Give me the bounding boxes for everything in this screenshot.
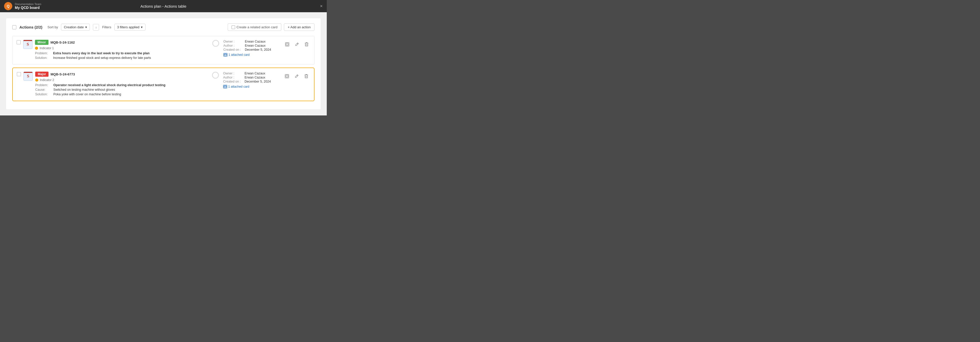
close-button[interactable]: ×	[320, 4, 323, 8]
svg-rect-13	[285, 74, 289, 78]
attached-card-link[interactable]: 1 attached card	[223, 53, 250, 57]
sort-dropdown[interactable]: Creation date ▾	[61, 24, 90, 30]
author-value: Erwan Cazaux	[245, 76, 265, 79]
brand-text: Documentation Team My QCD board	[15, 3, 41, 10]
solution-label: Solution:	[35, 56, 52, 60]
owner-label: Owner :	[223, 40, 244, 43]
action-row-left: S Major MQB-S-24-6773 Indicator 2 Proble…	[17, 71, 209, 97]
indicator-label: Indicator 1	[40, 46, 54, 50]
severity-badge: Minor	[35, 40, 48, 45]
board-name: My QCD board	[15, 6, 41, 10]
edit-button[interactable]	[293, 73, 300, 80]
expand-button[interactable]	[283, 73, 291, 80]
sort-chevron-icon: ▾	[85, 25, 87, 29]
toolbar: Actions (2/2) Sort by Creation date ▾ ↓ …	[12, 24, 315, 31]
action-code: MQB-S-24-1162	[51, 41, 75, 44]
severity-badge: Major	[35, 71, 48, 77]
action-type-icon: S	[23, 40, 32, 49]
edit-button[interactable]	[293, 41, 301, 48]
attached-card-label: 1 attached card	[228, 85, 250, 89]
meta-and-buttons: Owner : Erwan Cazaux Author : Erwan Caza…	[212, 71, 310, 89]
solution-value: Poka yoke with cover on machine before t…	[53, 92, 121, 96]
author-value: Erwan Cazaux	[245, 44, 266, 48]
solution-label: Solution:	[35, 92, 52, 96]
sort-by-label: Sort by	[48, 25, 58, 29]
problem-value: Extra hours every day in the last week t…	[53, 51, 150, 55]
action-row: S Minor MQB-S-24-1162 Indicator 1 Proble…	[12, 36, 315, 65]
problem-label: Problem:	[35, 51, 52, 55]
indicator-row: Indicator 2	[35, 78, 209, 82]
created-on-value: December 5, 2024	[245, 48, 271, 51]
card-link-icon	[223, 85, 227, 89]
sort-value: Creation date	[64, 25, 84, 29]
action-buttons	[283, 41, 310, 48]
action-header: Minor MQB-S-24-1162	[35, 40, 209, 45]
action-buttons	[283, 73, 310, 80]
filters-value: 3 filters applied	[117, 25, 139, 29]
action-row-left: S Minor MQB-S-24-1162 Indicator 1 Proble…	[17, 40, 209, 61]
action-code: MQB-S-24-6773	[51, 72, 75, 76]
svg-rect-11	[224, 86, 226, 88]
expand-button[interactable]	[283, 41, 291, 48]
problem-value: Operator received a light electrical sho…	[53, 83, 165, 87]
add-action-button[interactable]: + Add an action	[284, 24, 315, 31]
created-on-row: Created on : December 5, 2024	[223, 48, 271, 51]
indicator-row: Indicator 1	[35, 46, 209, 50]
delete-button[interactable]	[303, 41, 310, 48]
filters-label: Filters	[102, 25, 111, 29]
action-header: Major MQB-S-24-6773	[35, 71, 209, 77]
solution-value: Increase finished good stock and setup e…	[53, 56, 151, 60]
sort-direction-button[interactable]: ↓	[93, 24, 99, 30]
solution-row: Solution: Increase finished good stock a…	[35, 56, 209, 60]
action-body: Major MQB-S-24-6773 Indicator 2 Problem:…	[35, 71, 209, 97]
create-related-label: Create a related action card	[237, 25, 277, 29]
svg-rect-2	[224, 54, 227, 56]
row-checkbox-0[interactable]	[17, 40, 21, 44]
svg-line-14	[297, 75, 298, 76]
indicator-dot-icon	[35, 47, 38, 50]
author-label: Author :	[223, 76, 243, 79]
main-content: Actions (2/2) Sort by Creation date ▾ ↓ …	[0, 12, 327, 116]
owner-label: Owner :	[223, 71, 243, 75]
indicator-label: Indicator 2	[40, 78, 54, 82]
author-row: Author : Erwan Cazaux	[223, 44, 266, 48]
brand-area: Q Documentation Team My QCD board	[4, 2, 41, 10]
problem-row: Problem: Extra hours every day in the la…	[35, 51, 209, 55]
action-row: S Major MQB-S-24-6773 Indicator 2 Proble…	[12, 68, 315, 101]
filters-chevron-icon: ▾	[141, 25, 143, 29]
panel: Actions (2/2) Sort by Creation date ▾ ↓ …	[6, 18, 321, 109]
created-on-label: Created on :	[223, 80, 243, 83]
owner-row: Owner : Erwan Cazaux	[223, 40, 266, 43]
solution-row: Solution: Poka yoke with cover on machin…	[35, 92, 209, 96]
cause-row: Cause: Switched on testing machine witho…	[35, 88, 209, 92]
svg-rect-6	[305, 43, 308, 46]
created-on-value: December 5, 2024	[245, 80, 271, 83]
cause-value: Switched on testing machine without glov…	[53, 88, 115, 92]
problem-label: Problem:	[35, 83, 52, 87]
owner-value: Erwan Cazaux	[245, 71, 265, 75]
create-related-button[interactable]: Create a related action card	[228, 24, 281, 31]
action-body: Minor MQB-S-24-1162 Indicator 1 Problem:…	[35, 40, 209, 61]
top-bar: Q Documentation Team My QCD board Action…	[0, 0, 327, 12]
delete-button[interactable]	[303, 73, 310, 80]
row-checkbox-1[interactable]	[17, 72, 21, 76]
owner-value: Erwan Cazaux	[245, 40, 266, 43]
actions-count-label: Actions (2/2)	[19, 25, 42, 29]
svg-line-5	[297, 43, 298, 44]
action-meta: Owner : Erwan Cazaux Author : Erwan Caza…	[223, 71, 279, 89]
select-all-checkbox[interactable]	[12, 25, 16, 29]
progress-pie-icon	[212, 71, 219, 79]
action-type-icon: S	[24, 71, 33, 81]
problem-row: Problem: Operator received a light elect…	[35, 83, 209, 87]
indicator-dot-icon	[35, 79, 38, 82]
author-label: Author :	[223, 44, 244, 48]
page-title: Actions plan - Actions table	[140, 4, 186, 8]
team-name: Documentation Team	[15, 3, 41, 6]
card-link-icon	[223, 53, 228, 57]
meta-and-buttons: Owner : Erwan Cazaux Author : Erwan Caza…	[212, 40, 310, 57]
action-meta: Owner : Erwan Cazaux Author : Erwan Caza…	[223, 40, 280, 57]
create-related-icon	[232, 25, 235, 29]
svg-rect-15	[305, 75, 308, 78]
filters-dropdown[interactable]: 3 filters applied ▾	[115, 24, 145, 30]
attached-card-link[interactable]: 1 attached card	[223, 85, 250, 89]
